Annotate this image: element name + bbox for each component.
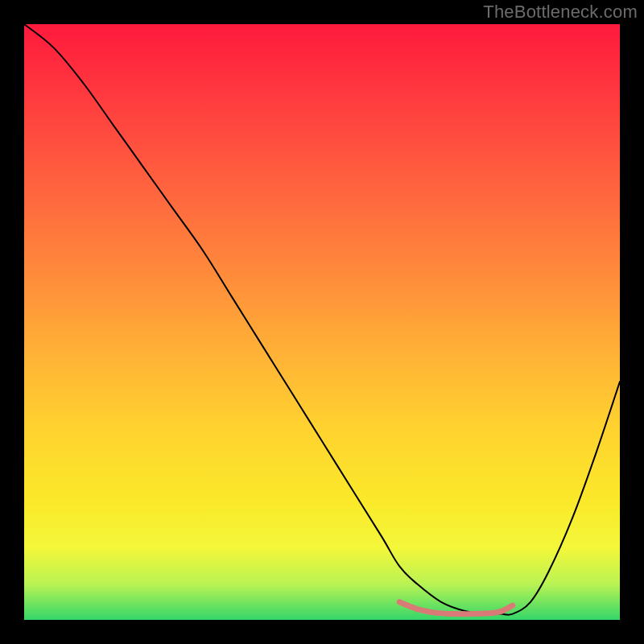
watermark-text: TheBottleneck.com [483,2,638,23]
chart-frame: TheBottleneck.com [0,0,644,644]
plot-gradient-background [24,24,620,620]
